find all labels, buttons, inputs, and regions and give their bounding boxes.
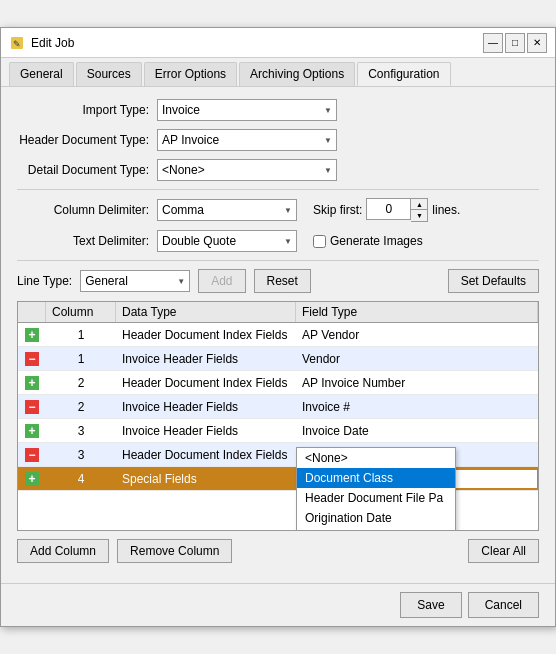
table-row[interactable]: − 3 Header Document Index Fields Invoice… [18, 443, 538, 467]
window-title: Edit Job [31, 36, 74, 50]
row-5-column: 3 [46, 422, 116, 440]
spinner-up-button[interactable]: ▲ [411, 199, 427, 210]
th-data-type: Data Type [116, 302, 296, 322]
detail-doc-type-control: <None> [157, 159, 337, 181]
clear-all-button[interactable]: Clear All [468, 539, 539, 563]
tab-general[interactable]: General [9, 62, 74, 86]
header-doc-type-select[interactable]: AP Invoice [157, 129, 337, 151]
row-7-icon: + [18, 470, 46, 488]
row-4-column: 2 [46, 398, 116, 416]
spinner-buttons: ▲ ▼ [411, 198, 428, 222]
table-row[interactable]: + 4 Special Fields Document Class ▼ [18, 467, 538, 491]
plus-icon[interactable]: + [25, 328, 39, 342]
tab-configuration[interactable]: Configuration [357, 62, 450, 86]
divider-2 [17, 260, 539, 261]
minus-icon[interactable]: − [25, 352, 39, 366]
spinner-down-button[interactable]: ▼ [411, 210, 427, 221]
row-5-field-type: Invoice Date [296, 422, 538, 440]
header-doc-type-select-wrapper: AP Invoice [157, 129, 337, 151]
row-4-icon: − [18, 398, 46, 416]
col-delimiter-label: Column Delimiter: [17, 203, 157, 217]
import-type-select[interactable]: Invoice [157, 99, 337, 121]
detail-doc-type-row: Detail Document Type: <None> [17, 159, 539, 181]
skip-first-suffix: lines. [432, 203, 460, 217]
tab-bar: General Sources Error Options Archiving … [1, 58, 555, 87]
skip-first-input[interactable] [366, 198, 411, 220]
generate-images-checkbox[interactable] [313, 235, 326, 248]
row-7-column: 4 [46, 470, 116, 488]
field-type-dropdown-menu: <None> Document Class Header Document Fi… [296, 447, 456, 531]
header-doc-type-control: AP Invoice [157, 129, 337, 151]
col-delimiter-select-wrapper: Comma [157, 199, 297, 221]
tab-sources[interactable]: Sources [76, 62, 142, 86]
maximize-button[interactable]: □ [505, 33, 525, 53]
table-row[interactable]: + 2 Header Document Index Fields AP Invo… [18, 371, 538, 395]
cancel-button[interactable]: Cancel [468, 592, 539, 618]
row-2-column: 1 [46, 350, 116, 368]
table-row[interactable]: + 1 Header Document Index Fields AP Vend… [18, 323, 538, 347]
row-7-data-type: Special Fields [116, 470, 296, 488]
main-content: Import Type: Invoice Header Document Typ… [1, 87, 555, 583]
plus-icon[interactable]: + [25, 376, 39, 390]
th-field-type: Field Type [296, 302, 538, 322]
table-header: Column Data Type Field Type [18, 302, 538, 323]
generate-images-label: Generate Images [330, 234, 423, 248]
reset-button[interactable]: Reset [254, 269, 311, 293]
import-type-control: Invoice [157, 99, 337, 121]
dropdown-option-document-class[interactable]: Document Class [297, 468, 455, 488]
row-2-icon: − [18, 350, 46, 368]
close-button[interactable]: ✕ [527, 33, 547, 53]
table-row[interactable]: − 2 Invoice Header Fields Invoice # [18, 395, 538, 419]
row-2-data-type: Invoice Header Fields [116, 350, 296, 368]
minus-icon[interactable]: − [25, 448, 39, 462]
import-type-label: Import Type: [17, 103, 157, 117]
title-bar-controls: — □ ✕ [483, 33, 547, 53]
row-5-data-type: Invoice Header Fields [116, 422, 296, 440]
minimize-button[interactable]: — [483, 33, 503, 53]
dropdown-option-origination-date[interactable]: Origination Date [297, 508, 455, 528]
minus-icon[interactable]: − [25, 400, 39, 414]
text-delimiter-label: Text Delimiter: [17, 234, 157, 248]
row-4-field-type: Invoice # [296, 398, 538, 416]
dropdown-option-page-number[interactable]: Page Number [297, 528, 455, 531]
plus-icon[interactable]: + [25, 472, 39, 486]
save-button[interactable]: Save [400, 592, 461, 618]
row-1-field-type: AP Vendor [296, 326, 538, 344]
line-type-select[interactable]: General [80, 270, 190, 292]
tab-archiving-options[interactable]: Archiving Options [239, 62, 355, 86]
import-type-row: Import Type: Invoice [17, 99, 539, 121]
set-defaults-button[interactable]: Set Defaults [448, 269, 539, 293]
row-3-icon: + [18, 374, 46, 392]
skip-first-group: Skip first: ▲ ▼ lines. [313, 198, 460, 222]
row-3-data-type: Header Document Index Fields [116, 374, 296, 392]
detail-doc-type-select-wrapper: <None> [157, 159, 337, 181]
edit-job-window: ✎ Edit Job — □ ✕ General Sources Error O… [0, 27, 556, 627]
edit-icon: ✎ [9, 35, 25, 51]
table-row[interactable]: − 1 Invoice Header Fields Vendor [18, 347, 538, 371]
header-doc-type-row: Header Document Type: AP Invoice [17, 129, 539, 151]
title-bar-left: ✎ Edit Job [9, 35, 74, 51]
line-type-select-wrapper: General [80, 270, 190, 292]
remove-column-button[interactable]: Remove Column [117, 539, 232, 563]
add-button[interactable]: Add [198, 269, 245, 293]
dropdown-option-none[interactable]: <None> [297, 448, 455, 468]
plus-icon[interactable]: + [25, 424, 39, 438]
skip-first-spinner: ▲ ▼ [366, 198, 428, 222]
svg-text:✎: ✎ [13, 39, 21, 49]
row-2-field-type: Vendor [296, 350, 538, 368]
row-1-column: 1 [46, 326, 116, 344]
row-6-data-type: Header Document Index Fields [116, 446, 296, 464]
detail-doc-type-select[interactable]: <None> [157, 159, 337, 181]
tab-error-options[interactable]: Error Options [144, 62, 237, 86]
title-bar: ✎ Edit Job — □ ✕ [1, 28, 555, 58]
row-1-data-type: Header Document Index Fields [116, 326, 296, 344]
row-6-column: 3 [46, 446, 116, 464]
row-5-icon: + [18, 422, 46, 440]
add-column-button[interactable]: Add Column [17, 539, 109, 563]
divider-1 [17, 189, 539, 190]
line-type-row: Line Type: General Add Reset Set Default… [17, 269, 539, 293]
col-delimiter-select[interactable]: Comma [157, 199, 297, 221]
dropdown-option-header-doc-file-path[interactable]: Header Document File Pa [297, 488, 455, 508]
text-delimiter-select[interactable]: Double Quote [157, 230, 297, 252]
table-row[interactable]: + 3 Invoice Header Fields Invoice Date [18, 419, 538, 443]
